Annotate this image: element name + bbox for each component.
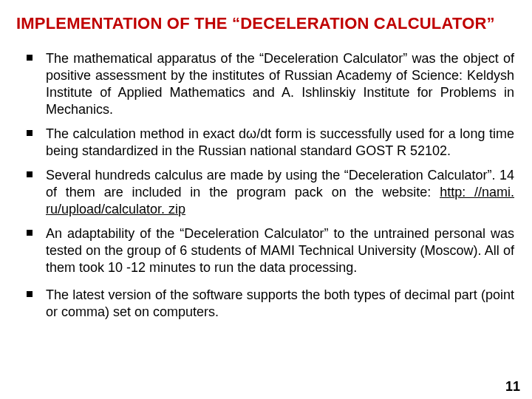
slide-title: IMPLEMENTATION OF THE “DECELERATION CALC… (16, 13, 519, 34)
list-item: The calculation method in exact dω/dt fo… (27, 126, 514, 160)
page-number: 11 (505, 379, 520, 395)
list-item: The latest version of the software suppo… (27, 287, 514, 321)
bullet-list: The mathematical apparatus of the “Decel… (16, 50, 519, 321)
list-item: Several hundreds calculus are made by us… (27, 167, 514, 218)
list-item: The mathematical apparatus of the “Decel… (27, 50, 514, 118)
slide: IMPLEMENTATION OF THE “DECELERATION CALC… (0, 0, 532, 399)
list-item: An adaptability of the “Deceleration Cal… (27, 225, 514, 276)
